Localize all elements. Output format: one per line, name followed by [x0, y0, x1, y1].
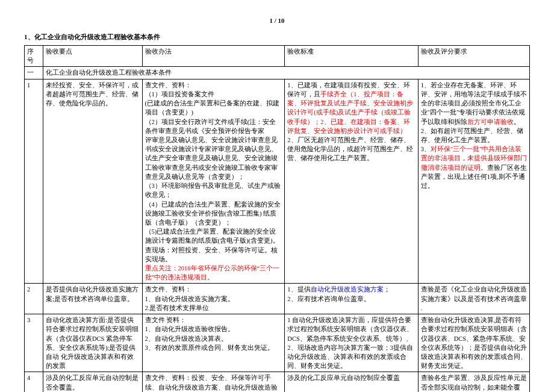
cell-seq: 1 — [25, 79, 43, 284]
cell-point: 自动化改造决算方面:是否提供符合要求过程控制系统安装明细表（含仪器仪表DCS 紧… — [43, 314, 142, 372]
cell-req: 查验是否《化工企业自动化升级改造实施方案》以及是否有技术咨询盖章 . — [418, 284, 529, 314]
cell-req: 1、若企业存在无备案、环评、环评、安评，用地等法定手续或手续不全的非法项目,必须… — [418, 79, 529, 284]
cell-req: 查验各生产装置、涉及反应性单元是否全部实现自动控制，如未能全覆盖，则不予通过(注… — [418, 372, 529, 392]
cell-req: 查验自动化升级改造决算,是否有符合要求过程控制系统安装明细表（含仪器仪表、DCS… — [418, 314, 529, 372]
cell-method: 查文件、资料：投资、安全、环保等许可手续、自动化升级改造方案、自动化升级改造验收… — [142, 372, 285, 392]
col-req: 验收及评分要求 — [418, 46, 529, 67]
cell-method: 查文件、资料：（1）项目投资备案文件(已建成的合法生产装置和已备案的在建、拟建项… — [142, 79, 285, 284]
cell-seq: 3 — [25, 314, 43, 372]
cell-standard: 1 自动化升级改造决算方面，应提供符合要求过程控制系统安装明细表（含仪器仪表、D… — [285, 314, 418, 372]
table-row: 4涉及的化工反应单元自动控制是否全覆盖。查文件、资料：投资、安全、环保等许可手续… — [25, 372, 530, 392]
header-row: 序号 验收要点 验收办法 验收标准 验收及评分要求 — [25, 46, 530, 67]
col-point: 验收要点 — [43, 46, 142, 67]
section-title: 化工企业自动化升级改造工程验收基本条件 — [43, 67, 529, 79]
cell-point: 涉及的化工反应单元自动控制是否全覆盖。 — [43, 372, 142, 392]
cell-seq: 2 — [25, 284, 43, 314]
cell-seq: 4 — [25, 372, 43, 392]
cell-method: 查文件 资料：1、自动化升级改造验收报告。2、自动化升级改造决算表。3、有效的发… — [142, 314, 285, 372]
inspection-table: 序号 验收要点 验收办法 验收标准 验收及评分要求 一 化工企业自动化升级改造工… — [24, 45, 530, 392]
cell-standard: 1、提供自动化升级改造实施方案；2、应有技术咨询单位盖章。 — [285, 284, 418, 314]
table-row: 1未经投资、安全、环保许可，或者超越许可范围生产、经营、储存、使危险化学品的。查… — [25, 79, 530, 284]
cell-method: 查文件、资料：1、自动化升级改造实施方案。2.是否有技术支撑单位 — [142, 284, 285, 314]
page-number: 1 / 10 — [24, 17, 530, 24]
cell-point: 是否提供自动化升级改造实施方案;是否有技术咨询单位盖章。 — [43, 284, 142, 314]
cell-standard: 涉及的化工反应单元自动控制应全覆盖 — [285, 372, 418, 392]
cell-point: 未经投资、安全、环保许可，或者超越许可范围生产、经营、储存、使危险化学品的。 — [43, 79, 142, 284]
doc-title: 1、化工企业自动化升级改造工程验收基本条件 — [24, 33, 530, 42]
section-num: 一 — [25, 67, 43, 79]
table-row: 2是否提供自动化升级改造实施方案;是否有技术咨询单位盖章。查文件、资料：1、自动… — [25, 284, 530, 314]
col-method: 验收办法 — [142, 46, 285, 67]
cell-standard: 1、已建项，在建项目须有投资、安全、环保许可，且手续齐全（1、投产项目：备案、环… — [285, 79, 418, 284]
col-seq: 序号 — [25, 46, 43, 67]
col-standard: 验收标准 — [285, 46, 418, 67]
table-row: 3自动化改造决算方面:是否提供符合要求过程控制系统安装明细表（含仪器仪表DCS … — [25, 314, 530, 372]
section-row: 一 化工企业自动化升级改造工程验收基本条件 — [25, 67, 530, 79]
